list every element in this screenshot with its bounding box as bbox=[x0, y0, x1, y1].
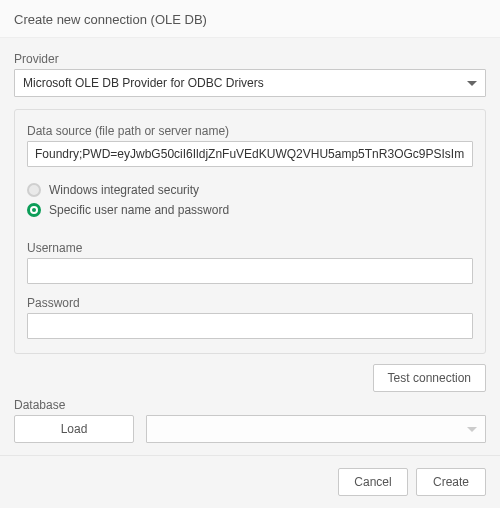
test-connection-button[interactable]: Test connection bbox=[373, 364, 486, 392]
database-label: Database bbox=[14, 398, 134, 412]
dialog-title: Create new connection (OLE DB) bbox=[0, 0, 500, 38]
dialog-body: Provider Microsoft OLE DB Provider for O… bbox=[0, 38, 500, 455]
security-windows-label: Windows integrated security bbox=[49, 183, 199, 197]
chevron-down-icon bbox=[467, 427, 477, 432]
cancel-button[interactable]: Cancel bbox=[338, 468, 408, 496]
security-specific-option[interactable]: Specific user name and password bbox=[27, 203, 473, 217]
password-input[interactable] bbox=[27, 313, 473, 339]
database-row: Database Load bbox=[14, 394, 486, 443]
provider-value: Microsoft OLE DB Provider for ODBC Drive… bbox=[23, 76, 264, 90]
security-specific-label: Specific user name and password bbox=[49, 203, 229, 217]
provider-label: Provider bbox=[14, 52, 486, 66]
username-label: Username bbox=[27, 241, 473, 255]
dialog-footer: Cancel Create bbox=[0, 455, 500, 508]
security-windows-option[interactable]: Windows integrated security bbox=[27, 183, 473, 197]
create-button[interactable]: Create bbox=[416, 468, 486, 496]
datasource-label: Data source (file path or server name) bbox=[27, 124, 473, 138]
radio-icon bbox=[27, 183, 41, 197]
connection-panel: Data source (file path or server name) W… bbox=[14, 109, 486, 354]
radio-icon bbox=[27, 203, 41, 217]
password-label: Password bbox=[27, 296, 473, 310]
create-connection-dialog: Create new connection (OLE DB) Provider … bbox=[0, 0, 500, 508]
database-select[interactable] bbox=[146, 415, 486, 443]
username-input[interactable] bbox=[27, 258, 473, 284]
datasource-input[interactable] bbox=[27, 141, 473, 167]
chevron-down-icon bbox=[467, 81, 477, 86]
load-button[interactable]: Load bbox=[14, 415, 134, 443]
provider-select[interactable]: Microsoft OLE DB Provider for ODBC Drive… bbox=[14, 69, 486, 97]
